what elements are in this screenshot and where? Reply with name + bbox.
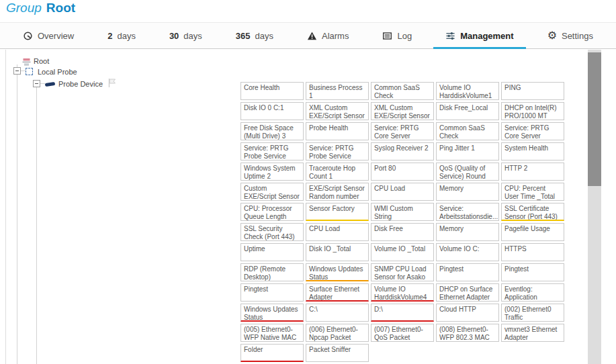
tab-2-days[interactable]: 2 days bbox=[102, 23, 141, 48]
sensor-box[interactable]: Sensor Factory bbox=[306, 203, 369, 221]
sensor-box[interactable]: Volume IO HarddiskVolume1 bbox=[436, 82, 499, 100]
sensor-box[interactable]: Windows System Uptime 2 bbox=[240, 163, 304, 181]
sensor-box[interactable]: SSL Security Check (Port 443) bbox=[240, 223, 304, 241]
sensor-box[interactable]: (008) Ethernet0-WFP 802.3 MAC bbox=[436, 324, 499, 342]
sensor-box[interactable]: (002) Ethernet0 Traffic bbox=[501, 304, 564, 322]
page-title-name: Root bbox=[46, 1, 75, 15]
sensor-box[interactable]: Free Disk Space (Multi Drive) 3 bbox=[240, 122, 304, 140]
tab-alarms[interactable]: Alarms bbox=[302, 23, 354, 48]
tab-log[interactable]: Log bbox=[377, 23, 417, 48]
sensor-box[interactable]: D:\ bbox=[371, 304, 434, 322]
sensor-box[interactable]: Common SaaS Check bbox=[436, 122, 499, 140]
tab-365-days[interactable]: 365 days bbox=[230, 23, 279, 48]
sensor-box[interactable]: Pingtest bbox=[240, 283, 304, 302]
sensor-box[interactable]: EXE/Script Sensor Random number bbox=[306, 183, 369, 201]
sensor-box[interactable]: Port 80 bbox=[371, 163, 434, 181]
tab-label: Management bbox=[460, 31, 513, 41]
sensor-box[interactable]: CPU: Percent User Time _Total bbox=[501, 183, 564, 201]
sensor-box[interactable]: XML Custom EXE/Script Sensor bbox=[306, 102, 369, 120]
sensor-box[interactable]: CPU: Processor Queue Length bbox=[240, 203, 304, 221]
sensor-box[interactable]: Windows Updates Status bbox=[240, 304, 304, 322]
sensor-box[interactable]: (006) Ethernet0-Npcap Packet bbox=[306, 324, 369, 342]
tree-item-local-probe[interactable]: Local Probe bbox=[38, 68, 77, 76]
sensor-box[interactable]: WMI Custom String bbox=[371, 203, 434, 221]
tab-management[interactable]: Management bbox=[440, 23, 519, 48]
tree-item-probe-device[interactable]: Probe Device bbox=[58, 80, 103, 88]
sensor-box[interactable]: vmxnet3 Ethernet Adapter bbox=[501, 324, 564, 342]
sensor-box[interactable]: HTTP 2 bbox=[501, 163, 564, 181]
sensor-box[interactable]: Service: PRTG Core Server Service bbox=[371, 122, 434, 140]
sensor-box[interactable]: Eventlog: Application bbox=[501, 283, 564, 302]
sensor-box[interactable]: DHCP on Intel(R) PRO/1000 MT bbox=[501, 102, 564, 120]
device-dash-icon bbox=[45, 82, 56, 87]
collapse-minus-icon[interactable] bbox=[33, 80, 40, 87]
sensor-box[interactable]: Common SaaS Check bbox=[371, 82, 434, 100]
sensor-box[interactable]: Probe Health bbox=[306, 122, 369, 140]
flag-icon[interactable] bbox=[107, 78, 117, 91]
sensor-box[interactable]: Disk Free bbox=[371, 223, 434, 241]
sensor-box[interactable]: Folder bbox=[240, 344, 304, 362]
sensor-box[interactable]: PING bbox=[501, 82, 564, 100]
sensor-box[interactable]: Volume IO _Total bbox=[371, 243, 434, 261]
vertical-scrollbar-thumb[interactable] bbox=[588, 52, 601, 186]
sensor-box[interactable]: Disk IO _Total bbox=[306, 243, 369, 261]
sensor-box[interactable]: Service: PRTG Core Server Service bbox=[501, 122, 564, 140]
sensor-box[interactable]: Packet Sniffer bbox=[306, 344, 369, 362]
sensor-box[interactable]: Custom EXE/Script Sensor 1 bbox=[240, 183, 304, 201]
sensor-grid: Core HealthBusiness Process 1Common SaaS… bbox=[240, 82, 564, 362]
sensor-box[interactable]: Memory bbox=[436, 183, 499, 201]
sensor-box[interactable]: (005) Ethernet0-WFP Native MAC bbox=[240, 324, 304, 342]
sensor-box[interactable]: Business Process 1 bbox=[306, 82, 369, 100]
tree-branch-line bbox=[17, 64, 17, 364]
sensor-box[interactable]: Surface Ethernet Adapter bbox=[306, 283, 369, 302]
tab-30-days[interactable]: 30 days bbox=[164, 23, 208, 48]
collapse-minus-icon[interactable] bbox=[13, 67, 21, 75]
sensor-box[interactable]: Disk Free_Local bbox=[436, 102, 499, 120]
sensor-box[interactable]: Windows Updates Status bbox=[306, 263, 369, 281]
tab-settings[interactable]: ⚙ Settings bbox=[542, 23, 599, 48]
sensor-box[interactable]: Ping Jitter 1 bbox=[436, 142, 499, 161]
tree-item-root[interactable]: Root bbox=[34, 57, 49, 65]
sensor-box[interactable]: Service: PRTG Probe Service bbox=[240, 142, 304, 161]
sensor-box[interactable]: Uptime bbox=[240, 243, 304, 261]
tab-label: Overview bbox=[38, 31, 74, 41]
tab-number: 365 bbox=[236, 31, 251, 41]
sensor-box[interactable]: Service: PRTG Probe Service bbox=[306, 142, 369, 161]
sensor-box[interactable]: Pagefile Usage bbox=[501, 223, 564, 241]
sensor-box[interactable]: Disk IO 0 C:1 bbox=[240, 102, 304, 120]
sensor-box[interactable]: Core Health bbox=[240, 82, 304, 100]
sensor-box[interactable]: Pingtest bbox=[501, 263, 564, 281]
log-list-icon bbox=[382, 31, 392, 41]
tab-label: Alarms bbox=[322, 31, 349, 41]
sensor-box[interactable]: SSL Certificate Sensor (Port 443) bbox=[501, 203, 564, 221]
sensor-box[interactable]: RDP (Remote Desktop) bbox=[240, 263, 304, 281]
sensor-box[interactable]: Traceroute Hop Count 1 bbox=[306, 163, 369, 181]
sensor-box[interactable]: Pingtest bbox=[436, 263, 499, 281]
sensor-box[interactable]: CPU Load bbox=[306, 223, 369, 241]
sensor-box[interactable]: XML Custom EXE/Script Sensor bbox=[371, 102, 434, 120]
sensor-box[interactable]: Memory bbox=[436, 223, 499, 241]
sensor-box[interactable]: Volume IO HarddiskVolume4 bbox=[371, 283, 434, 302]
sensor-box[interactable]: Syslog Receiver 2 bbox=[371, 142, 434, 161]
sensor-box[interactable]: SNMP CPU Load Sensor for Asako bbox=[371, 263, 434, 281]
tab-label: Settings bbox=[562, 31, 593, 41]
sensor-box[interactable]: CPU Load bbox=[371, 183, 434, 201]
warning-triangle-icon bbox=[307, 31, 317, 41]
sensor-box[interactable]: Volume IO C: bbox=[436, 243, 499, 261]
sensor-box[interactable]: QoS (Quality of Service) Round Trip bbox=[436, 163, 499, 181]
content-panel-border bbox=[5, 50, 6, 364]
sensor-box[interactable]: C:\ bbox=[306, 304, 369, 322]
sensor-box[interactable]: (007) Ethernet0-QoS Packet bbox=[371, 324, 434, 342]
prtg-group-root-page: GroupRoot Overview 2 days 30 days 365 da… bbox=[0, 0, 616, 364]
sliders-icon bbox=[445, 31, 455, 41]
sensor-box[interactable]: Service: Arbeitsstationsdie... bbox=[436, 203, 499, 221]
sensor-box[interactable]: DHCP on Surface Ethernet Adapter bbox=[436, 283, 499, 302]
sensor-box[interactable]: System Health bbox=[501, 142, 564, 161]
tab-label: days bbox=[183, 31, 202, 41]
sensor-box[interactable]: Cloud HTTP bbox=[436, 304, 499, 322]
tab-number: 2 bbox=[107, 31, 112, 41]
tree-branch-line bbox=[36, 87, 37, 364]
sensor-box[interactable]: HTTPS bbox=[501, 243, 564, 261]
page-title: GroupRoot bbox=[6, 1, 75, 15]
tab-overview[interactable]: Overview bbox=[17, 23, 79, 48]
